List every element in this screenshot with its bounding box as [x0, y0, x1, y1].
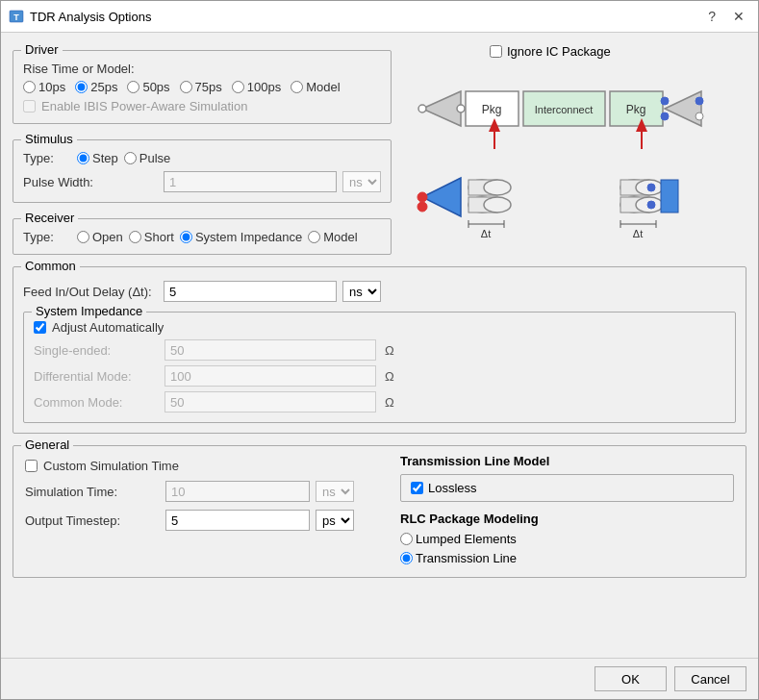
recv-short-radio[interactable]: [129, 231, 141, 243]
recv-sysimpedance[interactable]: System Impedance: [180, 230, 302, 244]
svg-point-39: [647, 184, 655, 191]
pulse-width-row: Pulse Width: ns: [23, 171, 381, 192]
stimulus-group: Stimulus Type: Step Pulse Pulse Width:: [13, 139, 392, 203]
svg-text:Δt: Δt: [481, 228, 491, 239]
rise-model[interactable]: Model: [291, 80, 340, 94]
single-ended-unit: Ω: [385, 343, 394, 358]
type-pulse[interactable]: Pulse: [124, 151, 171, 165]
recv-model-radio[interactable]: [308, 231, 320, 243]
lumped-elements-option[interactable]: Lumped Elements: [400, 532, 734, 546]
ignore-ic-checkbox[interactable]: [490, 45, 502, 58]
svg-text:T: T: [13, 12, 19, 22]
single-ended-label: Single-ended:: [34, 343, 159, 358]
differential-row: Differential Mode: Ω: [34, 365, 725, 387]
svg-marker-11: [665, 91, 701, 126]
driver-label: Driver: [21, 42, 63, 57]
rlc-options-group: Lumped Elements Transmission Line: [400, 532, 734, 565]
transmission-line-radio[interactable]: [400, 552, 413, 564]
sim-time-row: Simulation Time: ns: [25, 481, 381, 502]
svg-text:Pkg: Pkg: [626, 103, 646, 116]
rise-25ps-radio[interactable]: [75, 81, 88, 93]
recv-model[interactable]: Model: [308, 230, 357, 244]
rise-100ps[interactable]: 100ps: [232, 80, 281, 94]
lumped-elements-radio[interactable]: [400, 533, 413, 545]
cancel-button[interactable]: Cancel: [674, 666, 746, 691]
rise-50ps[interactable]: 50ps: [127, 80, 169, 94]
rise-options-group: 10ps 25ps 50ps 75ps 100ps: [23, 80, 381, 94]
recv-sysimpedance-radio[interactable]: [180, 231, 192, 243]
feed-delay-input[interactable]: [164, 281, 337, 302]
stimulus-type-label: Type:: [23, 151, 71, 165]
svg-text:Interconnect: Interconnect: [535, 104, 594, 115]
type-step[interactable]: Step: [77, 151, 118, 165]
svg-marker-20: [422, 178, 461, 216]
rise-75ps[interactable]: 75ps: [180, 80, 222, 94]
common-mode-input: [164, 391, 376, 412]
receiver-type-label: Type:: [23, 230, 71, 244]
svg-point-3: [457, 105, 465, 112]
rise-model-radio[interactable]: [291, 81, 303, 93]
pulse-width-input: [164, 171, 337, 192]
recv-open-radio[interactable]: [77, 231, 89, 243]
general-group: General Custom Simulation Time Simulatio…: [13, 445, 746, 578]
svg-point-25: [484, 180, 511, 195]
svg-point-21: [417, 192, 427, 202]
differential-input: [164, 365, 376, 387]
sys-impedance-group: System Impedance Adjust Automatically Si…: [23, 312, 736, 423]
top-section: Driver Rise Time or Model: 10ps 25ps 50p…: [13, 42, 746, 255]
rise-75ps-radio[interactable]: [180, 81, 192, 93]
right-panel: Ignore IC Package Pkg: [403, 42, 746, 255]
svg-point-13: [661, 112, 669, 120]
ibis-checkbox: [23, 100, 36, 112]
sim-time-label: Simulation Time:: [25, 485, 160, 499]
svg-point-22: [417, 202, 427, 212]
custom-sim-label: Custom Simulation Time: [43, 459, 179, 473]
lossless-checkbox[interactable]: [411, 482, 423, 494]
adjust-auto-checkbox[interactable]: [34, 321, 46, 334]
output-timestep-input[interactable]: [165, 510, 310, 531]
common-group-label: Common: [21, 259, 80, 273]
driver-group: Driver Rise Time or Model: 10ps 25ps 50p…: [13, 50, 392, 124]
common-mode-label: Common Mode:: [34, 395, 159, 410]
svg-point-4: [418, 105, 426, 112]
type-pulse-radio[interactable]: [124, 152, 137, 164]
recv-open[interactable]: Open: [77, 230, 123, 244]
rise-100ps-radio[interactable]: [232, 81, 244, 93]
ok-button[interactable]: OK: [595, 666, 667, 691]
recv-short[interactable]: Short: [129, 230, 174, 244]
feed-delay-unit[interactable]: ns ps us: [342, 281, 381, 302]
close-button[interactable]: ✕: [727, 7, 750, 26]
sys-impedance-label: System Impedance: [32, 304, 146, 318]
ignore-ic-label: Ignore IC Package: [507, 44, 611, 59]
stimulus-type-row: Type: Step Pulse: [23, 151, 381, 165]
title-bar: T TDR Analysis Options ? ✕: [1, 1, 758, 33]
help-button[interactable]: ?: [702, 7, 721, 26]
lossless-option[interactable]: Lossless: [411, 481, 723, 495]
svg-point-14: [696, 97, 703, 105]
differential-unit: Ω: [385, 369, 394, 384]
sim-time-unit: ns: [316, 481, 354, 502]
single-ended-input: [164, 339, 376, 361]
common-mode-row: Common Mode: Ω: [34, 391, 725, 412]
rise-50ps-radio[interactable]: [127, 81, 139, 93]
custom-sim-checkbox[interactable]: [25, 460, 38, 472]
receiver-label: Receiver: [21, 211, 78, 225]
svg-point-28: [484, 197, 511, 212]
output-timestep-row: Output Timestep: ps ns us: [25, 510, 381, 531]
receiver-group: Receiver Type: Open Short System Impedan…: [13, 218, 392, 255]
common-group: Common Feed In/Out Delay (Δt): ns ps us …: [13, 266, 746, 434]
rise-25ps[interactable]: 25ps: [75, 80, 117, 94]
rise-10ps-radio[interactable]: [23, 81, 36, 93]
output-timestep-unit[interactable]: ps ns us: [316, 510, 354, 531]
feed-delay-row: Feed In/Out Delay (Δt): ns ps us: [23, 281, 736, 302]
dialog-footer: OK Cancel: [1, 658, 758, 699]
rise-10ps[interactable]: 10ps: [23, 80, 65, 94]
transmission-line-option[interactable]: Transmission Line: [400, 551, 734, 565]
general-left: Custom Simulation Time Simulation Time: …: [25, 454, 381, 565]
pulse-width-unit: ns: [342, 171, 381, 192]
output-timestep-label: Output Timestep:: [25, 513, 160, 528]
dialog-icon: T: [9, 9, 24, 24]
tl-model-box: Lossless: [400, 474, 734, 502]
rlc-heading: RLC Package Modeling: [400, 512, 734, 526]
type-step-radio[interactable]: [77, 152, 89, 164]
